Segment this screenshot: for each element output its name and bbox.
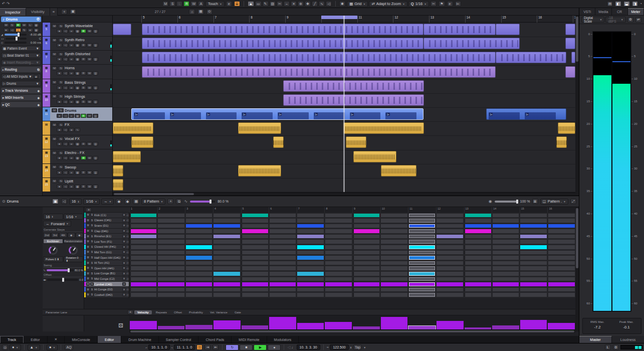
solo-button[interactable]: S <box>58 123 64 127</box>
velocity-bar-5[interactable] <box>242 325 269 329</box>
tool-button-3[interactable]: ▨ <box>270 1 276 7</box>
track-ctl-●[interactable]: ● <box>57 86 62 90</box>
scale-mode-dropdown[interactable]: Digital Scale▼ <box>581 17 604 23</box>
step-cell[interactable] <box>269 271 297 276</box>
step-cell[interactable] <box>297 224 324 229</box>
track-ctl-▦[interactable]: ▦ <box>75 142 80 146</box>
step-cell[interactable] <box>185 282 213 287</box>
step-cell[interactable] <box>380 229 408 234</box>
step-cell[interactable] <box>185 250 213 255</box>
event-clip[interactable] <box>142 24 423 35</box>
event-clip[interactable] <box>565 24 575 35</box>
track-ctl-W[interactable]: W <box>87 71 92 75</box>
event-clip[interactable] <box>571 52 575 63</box>
event-clip[interactable] <box>283 94 424 106</box>
drum-lane-mid-tom-g1-[interactable]: MSMid Tom (G1)▾◁ <box>84 250 129 255</box>
step-cell[interactable] <box>492 213 520 218</box>
track-ctl-▥[interactable]: ▥ <box>93 100 98 104</box>
track-ctl-◁[interactable]: ◁ <box>63 185 68 189</box>
lane-mute-button[interactable]: M <box>86 219 90 222</box>
step-cell[interactable] <box>325 261 352 266</box>
pattern-grid-icon[interactable]: ▦ <box>133 199 139 204</box>
step-cell[interactable] <box>185 292 213 297</box>
step-cell[interactable] <box>185 266 213 271</box>
grid-adapt-dropdown[interactable]: ⇄Adapt to Zoom▼ <box>369 1 407 7</box>
reference-level-dropdown[interactable]: -18 dBFS▼ <box>605 17 625 23</box>
step-cell[interactable] <box>269 250 297 255</box>
add-track-icon[interactable]: + <box>61 9 67 15</box>
solo-button[interactable]: S <box>58 165 64 169</box>
mute-button[interactable]: M <box>52 52 57 56</box>
event-clip[interactable]: 1x1x1x1x1x1x1x1x <box>131 108 423 120</box>
playhead[interactable] <box>344 16 344 192</box>
ruler-bar-14[interactable]: 14 <box>465 16 470 23</box>
mute-button[interactable]: M <box>52 123 57 127</box>
track-ctl-W[interactable]: W <box>87 29 92 33</box>
step-cell[interactable] <box>492 292 520 297</box>
play-button[interactable]: ▶ <box>254 344 267 350</box>
step-cell[interactable] <box>380 213 408 218</box>
track-ctl-▥[interactable]: ▥ <box>93 142 98 146</box>
quantize-dropdown[interactable]: Q1/16▼ <box>408 1 429 7</box>
editor-mode-icon[interactable]: ▣ <box>52 199 59 204</box>
step-cell[interactable] <box>520 218 547 223</box>
ruler-bar-5[interactable]: 5 <box>141 16 145 23</box>
automation-mode-dropdown[interactable]: Touch▼ <box>205 1 225 7</box>
loudness-icon[interactable]: Ł <box>605 344 611 350</box>
step-cell[interactable] <box>130 292 157 297</box>
step-cell[interactable] <box>185 287 213 292</box>
param-tab-repeats[interactable]: Repeats <box>153 310 170 314</box>
solo-button[interactable]: S <box>58 24 64 28</box>
step-cell[interactable] <box>130 277 157 282</box>
step-cell[interactable] <box>157 218 185 223</box>
step-cell[interactable] <box>408 282 436 287</box>
inspector-icon-3[interactable]: ⇅ <box>22 28 27 32</box>
step-cell[interactable] <box>157 282 185 287</box>
lane-mute-button[interactable]: M <box>86 288 90 291</box>
left-resolution[interactable]: 1/16▼ <box>64 214 84 220</box>
step-cell[interactable] <box>213 292 241 297</box>
step-cell[interactable] <box>297 234 324 239</box>
right-tab-media[interactable]: Media <box>595 8 611 15</box>
step-cell[interactable] <box>520 261 547 266</box>
tempo-track-dropdown[interactable]: ●▼ <box>47 344 58 350</box>
step-cell[interactable] <box>353 266 380 271</box>
step-cell[interactable] <box>464 245 492 250</box>
bottom-tab-midi-remote[interactable]: MIDI Remote <box>232 336 267 343</box>
step-cell[interactable] <box>492 234 520 239</box>
lane-speaker-icon[interactable]: ◁ <box>126 267 128 270</box>
step-cell[interactable] <box>464 261 492 266</box>
interval-button-3rd[interactable]: 3rd <box>51 233 59 238</box>
solo-button[interactable]: S <box>58 94 64 98</box>
step-cell[interactable] <box>157 261 185 266</box>
autoscroll-icon[interactable]: ⇊ <box>234 1 240 7</box>
step-cell[interactable] <box>213 250 241 255</box>
lane-dropdown-icon[interactable]: ▾ <box>122 235 126 238</box>
step-cell[interactable] <box>548 245 575 250</box>
step-cell[interactable] <box>269 239 297 244</box>
step-cell[interactable] <box>241 261 269 266</box>
velocity-bar-2[interactable] <box>158 326 185 329</box>
lane-mute-button[interactable]: M <box>86 256 90 259</box>
step-cell[interactable] <box>297 218 324 223</box>
velocity-bar-3[interactable] <box>185 325 212 329</box>
step-cell[interactable] <box>213 261 241 266</box>
event-clip[interactable] <box>238 122 281 134</box>
drum-lane-hi-conga-d2-[interactable]: MSHi Conga (D2)▾◁ <box>84 287 129 292</box>
step-cell[interactable] <box>380 234 408 239</box>
track-row-electro-fx[interactable]: ▦13MSElectro - FX●◁e▦RW▥ <box>43 149 112 163</box>
event-clip[interactable] <box>142 38 423 49</box>
track-ctl-R[interactable]: R <box>81 156 86 160</box>
step-cell[interactable] <box>157 229 185 234</box>
lane-dropdown-icon[interactable]: ▾ <box>122 282 126 286</box>
step-cell[interactable] <box>269 282 297 287</box>
setup-window-icon[interactable]: ▤ <box>607 1 613 7</box>
tool-button-4[interactable]: ✂ <box>277 1 283 7</box>
event-clip[interactable] <box>381 165 416 177</box>
lane-solo-button[interactable]: S <box>90 229 94 233</box>
track-row-vocal-fx[interactable]: ▦12MSVocal FX●◁e▦RW▥ <box>43 135 112 149</box>
step-cell[interactable] <box>436 292 464 297</box>
step-cell[interactable] <box>241 271 269 276</box>
pattern-event-dropdown[interactable]: ▦Pattern Event▼ <box>1 46 41 51</box>
track-ctl-●[interactable]: ● <box>57 142 62 146</box>
